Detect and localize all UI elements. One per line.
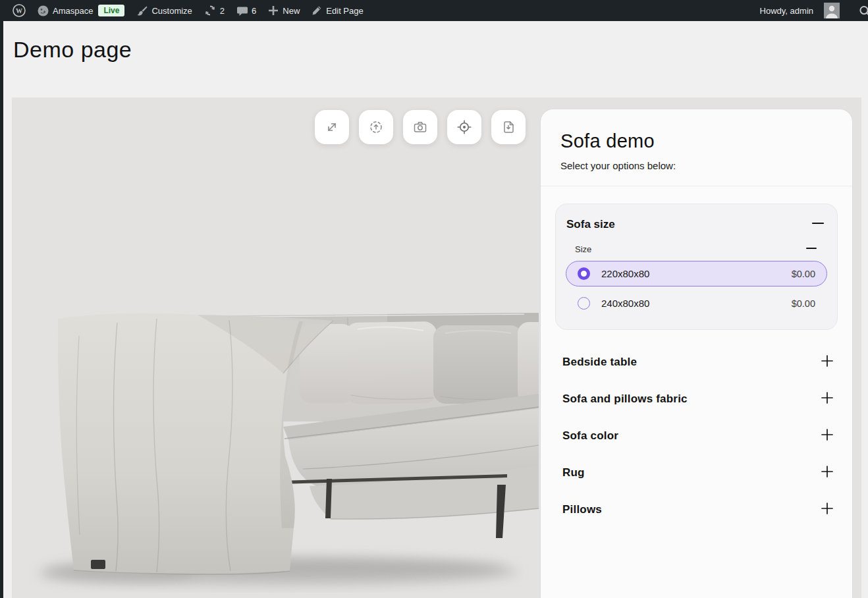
accordion-list: Bedside table Sofa and pillows fabric So… (541, 330, 852, 522)
fullscreen-button[interactable] (315, 110, 349, 144)
options-panel: Sofa demo Select your options below: Sof… (540, 109, 853, 598)
sofa-size-group-title: Sofa size (566, 218, 615, 231)
svg-text:W: W (16, 7, 22, 14)
wordpress-logo-icon: W (13, 4, 26, 17)
plus-icon (819, 464, 835, 482)
accordion-label: Rug (562, 466, 585, 479)
accordion-label: Bedside table (562, 356, 637, 369)
plus-icon (819, 390, 835, 408)
new-content-menu[interactable]: New (262, 0, 306, 21)
size-option-price: $0.00 (792, 269, 815, 279)
accordion-bedside-table[interactable]: Bedside table (562, 350, 835, 375)
demo-page-root: W Amaspace Live (0, 0, 868, 598)
sofa-3d-viewport[interactable] (18, 310, 539, 593)
user-avatar (824, 3, 840, 18)
accordion-sofa-and-pillows-fabric[interactable]: Sofa and pillows fabric (562, 387, 835, 412)
screenshot-camera-icon (412, 119, 428, 135)
panel-title: Sofa demo (560, 130, 832, 152)
pencil-icon (312, 5, 322, 16)
size-option-240x80x80[interactable]: 240x80x80 $0.00 (566, 290, 827, 316)
size-option-name: 220x80x80 (601, 268, 649, 279)
accordion-pillows[interactable]: Pillows (562, 497, 835, 522)
plus-icon (819, 427, 835, 445)
live-badge: Live (98, 5, 124, 16)
download-report-button[interactable] (491, 110, 526, 144)
new-label: New (283, 6, 300, 16)
screenshot-button[interactable] (403, 110, 437, 144)
edit-page-menu[interactable]: Edit Page (306, 0, 369, 21)
accordion-label: Sofa and pillows fabric (562, 393, 688, 406)
sofa-size-group: Sofa size Size (555, 204, 838, 330)
plus-icon (819, 353, 835, 371)
comments-menu[interactable]: 6 (231, 0, 262, 21)
collapse-size-option-button[interactable] (805, 242, 818, 257)
site-menu[interactable]: Amaspace Live (32, 0, 130, 21)
size-option-price: $0.00 (792, 298, 815, 309)
minus-icon (810, 216, 826, 232)
update-arrows-icon (204, 5, 216, 16)
wp-admin-collapsed-sidebar[interactable] (0, 21, 3, 598)
customize-label: Customize (151, 6, 192, 16)
recenter-target-icon (456, 119, 472, 135)
recenter-button[interactable] (447, 110, 481, 144)
radio-unselected-icon[interactable] (578, 297, 590, 310)
my-account-menu[interactable]: Howdy, admin (747, 0, 846, 21)
site-name: Amaspace (53, 6, 93, 16)
collapse-sofa-size-button[interactable] (810, 216, 826, 232)
configurator-area: Sofa demo Select your options below: Sof… (12, 97, 861, 598)
download-file-icon (501, 119, 516, 135)
howdy-text: Howdy, admin (753, 6, 820, 16)
updates-menu[interactable]: 2 (198, 0, 231, 21)
radio-selected-icon[interactable] (578, 267, 590, 280)
size-option-label: Size (575, 244, 591, 254)
search-icon[interactable] (858, 5, 868, 20)
wp-logo-menu[interactable]: W (7, 0, 32, 21)
panel-header: Sofa demo Select your options below: (541, 109, 852, 186)
page-title: Demo page (13, 37, 132, 63)
size-option-name: 240x80x80 (601, 298, 649, 309)
plus-icon (268, 5, 279, 16)
accordion-rug[interactable]: Rug (562, 460, 835, 485)
panel-subtitle: Select your options below: (560, 160, 832, 171)
accordion-label: Pillows (562, 503, 602, 516)
comment-bubble-icon (236, 5, 248, 16)
minus-icon (805, 242, 818, 257)
size-option-220x80x80[interactable]: 220x80x80 $0.00 (566, 261, 827, 286)
customize-menu[interactable]: Customize (130, 0, 198, 21)
edit-page-label: Edit Page (326, 6, 363, 16)
accordion-label: Sofa color (562, 429, 618, 443)
ar-view-button[interactable] (359, 110, 393, 144)
updates-count: 2 (220, 6, 225, 16)
plus-icon (819, 501, 835, 519)
paintbrush-icon (136, 5, 148, 16)
viewer-toolbar (315, 110, 526, 144)
site-favicon-icon (38, 5, 49, 16)
accordion-sofa-color[interactable]: Sofa color (562, 423, 835, 448)
ar-view-icon (368, 119, 384, 135)
comments-count: 6 (252, 6, 256, 16)
wp-admin-bar: W Amaspace Live (0, 0, 868, 21)
fullscreen-icon (325, 120, 339, 134)
